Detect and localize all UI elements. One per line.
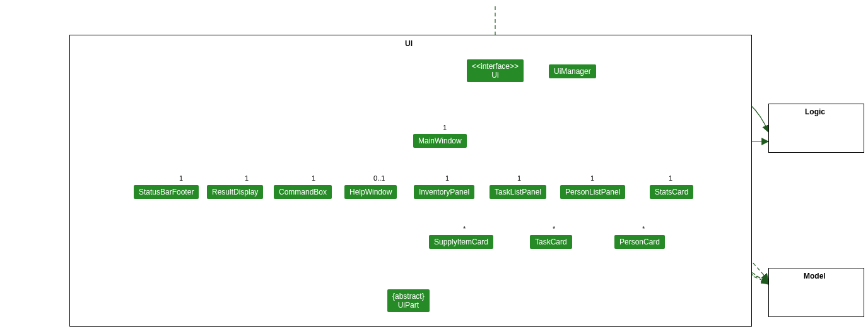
node-uimanager: UiManager <box>549 64 596 78</box>
node-resultdisplay: ResultDisplay <box>207 185 263 199</box>
stereotype: {abstract} <box>392 292 425 301</box>
mult-personlistpanel: 1 <box>590 174 594 182</box>
node-personlistpanel: PersonListPanel <box>560 185 625 199</box>
node-supplyitemcard: SupplyItemCard <box>429 235 493 249</box>
mult-inventorypanel: 1 <box>445 174 449 182</box>
mult-resultdisplay: 1 <box>245 174 249 182</box>
node-tasklistpanel: TaskListPanel <box>490 185 546 199</box>
package-model-label: Model <box>804 272 826 280</box>
name: UiPart <box>392 301 425 310</box>
node-personcard: PersonCard <box>614 235 665 249</box>
package-logic-label: Logic <box>805 107 825 116</box>
node-statscard: StatsCard <box>650 185 693 199</box>
mult-personcard: * <box>642 225 645 232</box>
node-statusbarfooter: StatusBarFooter <box>134 185 199 199</box>
package-ui-label: UI <box>405 39 413 48</box>
mult-statscard: 1 <box>669 174 672 182</box>
package-ui <box>69 35 752 327</box>
node-uipart: {abstract} UiPart <box>387 289 430 312</box>
name: Ui <box>472 71 519 80</box>
node-mainwindow: MainWindow <box>413 134 467 148</box>
mult-statusbarfooter: 1 <box>179 174 183 182</box>
mult-tasklistpanel: 1 <box>517 174 521 182</box>
mult-commandbox: 1 <box>312 174 315 182</box>
mult-supplyitemcard: * <box>463 225 466 232</box>
node-commandbox: CommandBox <box>274 185 332 199</box>
mult-taskcard: * <box>553 225 555 232</box>
node-inventorypanel: InventoryPanel <box>414 185 474 199</box>
node-helpwindow: HelpWindow <box>344 185 397 199</box>
mult-mainwindow: 1 <box>443 124 447 131</box>
node-ui-interface: <<interface>> Ui <box>467 59 524 82</box>
stereotype: <<interface>> <box>472 62 519 71</box>
node-taskcard: TaskCard <box>530 235 572 249</box>
mult-helpwindow: 0..1 <box>373 174 385 182</box>
uml-diagram: { "package": { "label": "UI" }, "externa… <box>0 0 868 331</box>
